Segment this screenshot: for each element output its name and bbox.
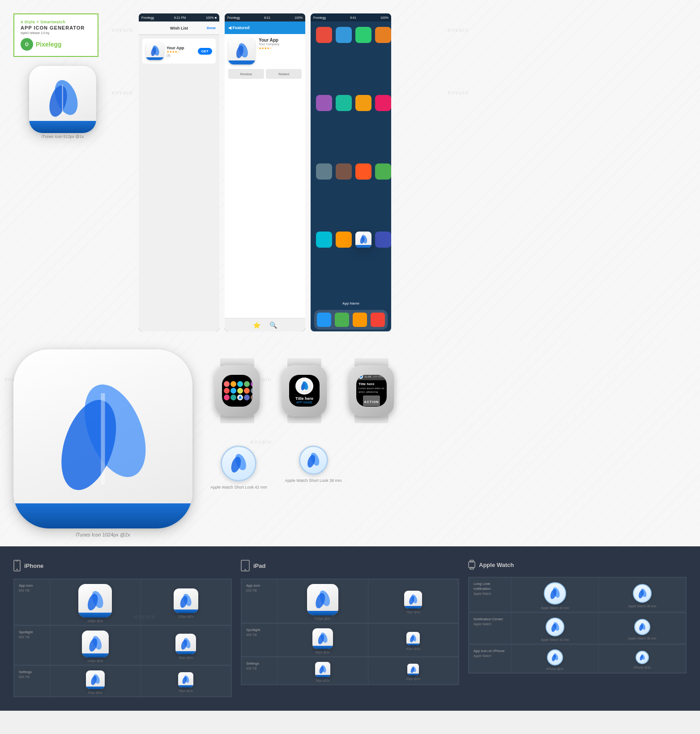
wishlist-content: Your App ★★★★☆ (3) GET xyxy=(139,35,219,331)
tab-related[interactable]: Related xyxy=(266,69,302,79)
app-name-home: App Name xyxy=(311,301,391,308)
rim-120 xyxy=(174,610,198,613)
watch-icons-row: Apple Watch Short Look 42 mm Apple Watch… xyxy=(210,446,687,489)
svg-point-23 xyxy=(17,569,18,570)
done-btn[interactable]: Done xyxy=(207,26,216,30)
ipad-icon xyxy=(241,560,250,571)
w-app-6 xyxy=(224,388,230,394)
ipad-column: iPad App icon iOS 7/8 xyxy=(241,560,459,697)
leaf-icon-ai2x xyxy=(551,653,559,662)
watch-short-look-42: Apple Watch Short Look 42 mm xyxy=(210,446,267,489)
iphone-icon xyxy=(13,560,21,571)
watch-appiphone-icon-2x xyxy=(547,649,563,665)
iphone-settings-cell-87: 87px @3x xyxy=(50,666,141,696)
app-name-wishlist: Your App xyxy=(166,46,195,50)
watch-app-grid xyxy=(222,379,252,402)
watch-action-mockup: 11:03 APP NAME Title here Lorem ipsum do… xyxy=(345,358,398,423)
phone-screen-1: Frontegg 6:21 PM 100% ■ Wish List Done xyxy=(139,13,219,331)
iphone-column: iPhone App icon iOS 7/8 xyxy=(13,560,232,697)
leaf-icon-circle-38 xyxy=(305,452,322,469)
watch-crown-1 xyxy=(256,386,258,396)
ipad-row-settings: Settings iOS 7/8 58px @2x xyxy=(241,657,459,685)
rim-ipadset58 xyxy=(315,675,330,677)
w-app-leaf xyxy=(237,395,243,400)
iphone-settings-cells: 87px @3x 58px @2x xyxy=(50,666,231,696)
app-tabs: Reviews Related xyxy=(228,69,302,79)
watch-time-display: 11:03 xyxy=(364,375,371,378)
ipad-spotlight-icon-40 xyxy=(406,632,420,645)
get-button[interactable]: GET xyxy=(198,48,212,55)
brand-logo: O Pixelegg xyxy=(21,38,91,51)
watch-notification-content: Title here APP NAME xyxy=(293,375,316,407)
logo-circle: O xyxy=(21,38,33,51)
watch-action-button[interactable]: ACTION xyxy=(363,395,380,406)
iphone-spotlight-cell-120: 120px @3x xyxy=(50,626,141,665)
leaf-icon-wishlist xyxy=(149,45,161,57)
label-sp80: 80px @2x xyxy=(179,656,193,659)
home-icon-14 xyxy=(336,232,352,248)
rim-sp120 xyxy=(82,653,109,657)
brand-name: Pixelegg xyxy=(36,41,62,48)
iphone-settings-icon-87 xyxy=(86,670,105,689)
iphone-header: iPhone xyxy=(13,560,232,571)
rim-ipad76 xyxy=(404,606,422,609)
watches-row: Title here APP NAME xyxy=(210,358,687,423)
w-app-12 xyxy=(230,395,236,400)
ipad-app-cells: 152px @2x 76px @1x xyxy=(277,579,458,622)
iphone-spotlight-label: Spotlight iOS 7/8 xyxy=(14,626,50,665)
iphone-row-settings: Settings iOS 7/8 87px @3x xyxy=(14,665,231,697)
ipad-spotlight-cell-80: 80px @2x xyxy=(277,624,368,656)
w-app-4 xyxy=(244,381,250,387)
label-180: 180px @3x xyxy=(87,619,103,622)
iphone-app-os: iOS 7/8 xyxy=(19,589,29,592)
leaf-icon-set87 xyxy=(89,674,102,686)
label-ai2x: iPhone @2x xyxy=(546,667,563,670)
iphone-settings-label: Settings iOS 7/8 xyxy=(14,666,50,696)
watch-notifcenter-icon-42 xyxy=(546,618,564,636)
dock-icon-3 xyxy=(353,313,367,327)
bottom-section: envato envato iPhone App icon iOS 7/8 xyxy=(0,546,700,711)
ipad-app-cell-76: 76px @1x xyxy=(368,579,459,622)
middle-section: envato envato envato envato iTunes Icon … xyxy=(0,340,700,546)
w-app-8 xyxy=(237,388,243,394)
watch-appiphone-cell-3x: iPhone @3x xyxy=(599,645,686,673)
watch-app-name-text: APP NAME xyxy=(296,401,312,404)
rim-set87 xyxy=(86,687,105,689)
iphone-settings-cell-58: 58px @2x xyxy=(141,666,231,696)
tab-reviews[interactable]: Reviews xyxy=(228,69,264,79)
watch-circle-42 xyxy=(221,446,256,481)
app-detail-stars: ★★★★☆ xyxy=(259,47,279,50)
watch-case-2: Title here APP NAME xyxy=(282,365,327,416)
home-icon-11 xyxy=(355,163,371,180)
watch-crown-2 xyxy=(323,386,325,396)
watch-header-icon xyxy=(359,375,363,379)
dock-icon-1 xyxy=(317,313,331,327)
iphone-app-text: App icon xyxy=(19,584,33,588)
watch-body-1 xyxy=(210,358,264,423)
ipad-row-spotlight: Spotlight iOS 7/8 80px @2x xyxy=(241,623,459,657)
watch-label: Apple Watch xyxy=(479,562,514,568)
iphone-app-icon-120 xyxy=(174,588,198,613)
watch-body-3: 11:03 APP NAME Title here Lorem ipsum do… xyxy=(345,358,398,423)
watch-app-name-header: APP NAME xyxy=(373,375,384,378)
label-120: 120px @2x xyxy=(178,615,194,618)
time-2: 8:21 xyxy=(264,16,270,19)
label-sp120: 120px @3x xyxy=(87,659,103,662)
leaf-icon-sp120 xyxy=(86,635,104,653)
watch-notif-body: Lorem ipsum dolor sit amet, adipiscing xyxy=(359,387,384,394)
watch-appiphone-cell-2x: iPhone @2x xyxy=(512,645,599,673)
watch-row-notifcenter: Notification Center Apple Watch Apple Wa… xyxy=(469,613,686,644)
watch-notifcenter-cells: Apple Watch 42 mm Apple Watch 38 mm xyxy=(512,613,686,644)
watch-longlook-cell-42: Apple Watch 42 mm xyxy=(512,578,599,612)
ipad-spotlight-cells: 80px @2x 40px @1x xyxy=(277,624,458,656)
carrier-1: Frontegg xyxy=(141,16,154,19)
iphone-app-cells: 180px @3x 120px @2x xyxy=(50,579,231,625)
ipad-settings-cell-29: 29px @1x xyxy=(368,657,459,684)
leaf-icon-nc38 xyxy=(638,622,647,631)
iphone-row-spotlight: Spotlight iOS 7/8 120px @3x xyxy=(14,626,231,665)
svg-rect-53 xyxy=(470,567,474,569)
phone-screen-2: Frontegg 8:21 100% ◀ Featured xyxy=(225,13,305,331)
home-icon-leaf xyxy=(355,232,371,248)
top-left-panel: 4 Style + Smartwatch APP ICON GENERATOR … xyxy=(13,13,112,331)
home-icon-1 xyxy=(316,27,332,43)
